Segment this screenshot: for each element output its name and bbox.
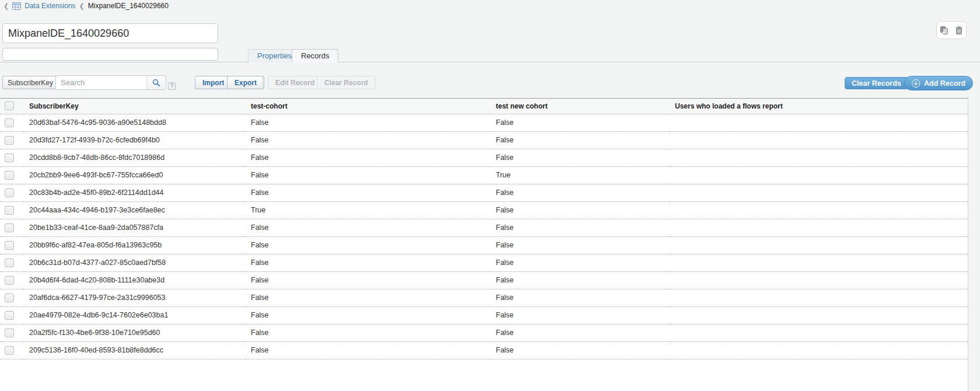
row-checkbox[interactable] [5,241,14,250]
cell-test-new-cohort: False [490,219,669,236]
cell-subscriber-key: 20cb2bb9-9ee6-493f-bc67-755fcca66ed0 [23,166,245,184]
cell-test-cohort: False [245,114,490,131]
cell-test-cohort: False [245,324,490,341]
select-all-checkbox[interactable] [5,102,14,110]
table-header-row: SubscriberKey test-cohort test new cohor… [0,99,968,114]
breadcrumb: ❮ Data Extensions ❮ MixpanelDE_164002966… [4,1,169,11]
data-extensions-link[interactable]: Data Extensions [24,2,75,10]
row-checkbox[interactable] [5,346,14,355]
cell-test-cohort: False [245,306,490,324]
tab-records[interactable]: Records [292,49,338,62]
cell-subscriber-key: 20d3fd27-172f-4939-b72c-6cfedb69f4b0 [23,131,245,149]
row-checkbox[interactable] [5,188,14,197]
cell-users-flows [669,271,968,289]
cell-subscriber-key: 20cdd8b8-9cb7-48db-86cc-8fdc7018986d [23,149,245,166]
cell-users-flows [669,324,968,341]
cell-subscriber-key: 20ae4979-082e-4db6-9c14-7602e6e03ba1 [23,306,245,324]
table-row: 20af6dca-6627-4179-97ce-2a31c9996053 Fal… [0,289,968,306]
cell-users-flows [669,166,968,184]
help-icon[interactable]: ? [168,82,176,90]
plus-icon: + [912,79,920,88]
row-checkbox[interactable] [5,206,14,215]
cell-test-cohort: False [245,131,490,149]
cell-test-cohort: False [245,219,490,236]
cell-test-cohort: False [245,184,490,201]
table-row: 20bb9f6c-af82-47ea-805d-f6a13963c95b Fal… [0,236,968,254]
cell-subscriber-key: 20d63baf-5476-4c95-9036-a90e5148bdd8 [23,114,245,131]
cell-test-cohort: False [245,166,490,184]
table-row: 209c5136-16f0-40ed-8593-81b8fe8dd6cc Fal… [0,341,968,359]
table-row: 20ae4979-082e-4db6-9c14-7602e6e03ba1 Fal… [0,306,968,324]
clear-record-button[interactable]: Clear Record [317,76,376,89]
cell-subscriber-key: 20b4d6f4-6dad-4c20-808b-1111e30abe3d [23,271,245,289]
clear-records-button[interactable]: Clear Records [845,77,908,89]
cell-users-flows [669,219,968,236]
row-checkbox[interactable] [5,118,14,127]
back-chevron-icon[interactable]: ❮ [4,2,9,10]
tab-bar: Properties Records [0,49,980,62]
cell-test-cohort: False [245,149,490,166]
toolbar-separator [262,76,263,89]
edit-record-button[interactable]: Edit Record [268,76,322,89]
breadcrumb-current: MixpanelDE_1640029660 [88,2,169,10]
search-button[interactable] [146,76,166,89]
cell-test-new-cohort: False [490,341,669,359]
row-checkbox[interactable] [5,224,14,232]
cell-test-new-cohort: True [490,166,669,184]
cell-users-flows [669,149,968,166]
cell-test-cohort: False [245,271,490,289]
records-table: SubscriberKey test-cohort test new cohor… [0,99,968,359]
name-input[interactable] [2,23,218,43]
data-extension-grid-icon [12,2,21,10]
table-row: 20cb2bb9-9ee6-493f-bc67-755fcca66ed0 Fal… [0,166,968,184]
table-row: 20a2f5fc-f130-4be6-9f38-10e710e95d60 Fal… [0,324,968,341]
cell-users-flows [669,254,968,271]
cell-subscriber-key: 20c83b4b-ad2e-45f0-89b2-6f2114dd1d44 [23,184,245,201]
cell-test-new-cohort: False [490,131,669,149]
records-toolbar: SubscriberKey ▾ ? Import Export Edit Rec… [0,75,980,92]
add-record-button[interactable]: + Add Record [904,76,973,90]
row-checkbox[interactable] [5,294,14,302]
cell-subscriber-key: 209c5136-16f0-40ed-8593-81b8fe8dd6cc [23,341,245,359]
search-icon [152,79,160,87]
cell-test-cohort: False [245,341,490,359]
column-header-subscriberkey: SubscriberKey [23,99,245,114]
row-checkbox[interactable] [5,171,14,180]
column-header-users-flows-report: Users who loaded a flows report [669,99,968,114]
cell-users-flows [669,341,968,359]
add-record-label: Add Record [924,79,965,88]
cell-subscriber-key: 20be1b33-ceaf-41ce-8aa9-2da057887cfa [23,219,245,236]
cell-test-cohort: True [245,201,490,219]
cell-test-new-cohort: False [490,184,669,201]
table-row: 20c83b4b-ad2e-45f0-89b2-6f2114dd1d44 Fal… [0,184,968,201]
cell-test-cohort: False [245,289,490,306]
row-checkbox[interactable] [5,153,14,162]
row-checkbox[interactable] [5,311,14,320]
cell-test-new-cohort: False [490,254,669,271]
copy-icon[interactable] [940,26,949,35]
cell-test-new-cohort: False [490,306,669,324]
trash-icon[interactable] [954,26,964,35]
cell-users-flows [669,306,968,324]
cell-users-flows [669,289,968,306]
cell-test-cohort: False [245,254,490,271]
cell-test-new-cohort: False [490,236,669,254]
row-checkbox[interactable] [5,329,14,337]
cell-test-new-cohort: False [490,271,669,289]
row-checkbox[interactable] [5,136,14,145]
table-row: 20b4d6f4-6dad-4c20-808b-1111e30abe3d Fal… [0,271,968,289]
cell-subscriber-key: 20b6c31d-b07d-4377-a027-85c0aed7bf58 [23,254,245,271]
import-button[interactable]: Import [195,76,232,89]
search-input[interactable] [56,76,145,89]
cell-users-flows [669,236,968,254]
cell-test-new-cohort: False [490,289,669,306]
cell-users-flows [669,131,968,149]
column-header-test-new-cohort: test new cohort [490,99,669,114]
field-dropdown-label: SubscriberKey [8,79,53,87]
records-table-body: 20d63baf-5476-4c95-9036-a90e5148bdd8 Fal… [0,114,968,359]
row-checkbox[interactable] [5,276,14,285]
export-button[interactable]: Export [227,76,264,89]
table-row: 20b6c31d-b07d-4377-a027-85c0aed7bf58 Fal… [0,254,968,271]
row-checkbox[interactable] [5,259,14,267]
cell-users-flows [669,184,968,201]
